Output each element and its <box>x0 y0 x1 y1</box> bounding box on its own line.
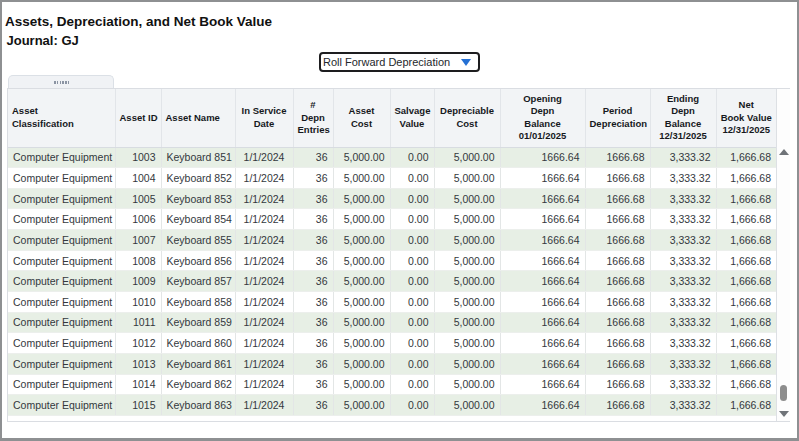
cell-asset-cost: 5,000.00 <box>333 333 390 354</box>
cell-asset-cost: 5,000.00 <box>333 168 390 189</box>
column-header-asset-name[interactable]: Asset Name <box>161 89 235 147</box>
column-header-opening-depn-balance[interactable]: Opening Depn Balance 01/01/2025 <box>500 89 585 147</box>
cell-depn-entries: 36 <box>293 271 333 292</box>
cell-depreciable-cost: 5,000.00 <box>434 250 500 271</box>
report-type-selected-value: Roll Forward Depreciation <box>321 56 461 68</box>
table-row: Computer Equipment1003Keyboard 8511/1/20… <box>8 147 776 168</box>
cell-period-depreciation: 1666.68 <box>585 333 650 354</box>
column-header-asset-id[interactable]: Asset ID <box>115 89 161 147</box>
cell-period-depreciation: 1666.68 <box>585 271 650 292</box>
cell-depreciable-cost: 5,000.00 <box>434 291 500 312</box>
cell-asset-classification: Computer Equipment <box>8 312 115 333</box>
cell-asset-name: Keyboard 862 <box>161 374 235 395</box>
table-row: Computer Equipment1013Keyboard 8611/1/20… <box>8 353 776 374</box>
table-row: Computer Equipment1007Keyboard 8551/1/20… <box>8 230 776 251</box>
cell-salvage-value: 0.00 <box>390 395 434 416</box>
cell-asset-classification: Computer Equipment <box>8 209 115 230</box>
cell-in-service-date: 1/1/2024 <box>235 395 293 416</box>
column-header-ending-depn-balance[interactable]: Ending Depn Balance 12/31/2025 <box>650 89 716 147</box>
cell-asset-name: Keyboard 857 <box>161 271 235 292</box>
cell-in-service-date: 1/1/2024 <box>235 250 293 271</box>
cell-asset-name: Keyboard 854 <box>161 209 235 230</box>
cell-opening-depn-balance: 1666.64 <box>500 374 585 395</box>
cell-net-book-value: 1,666.68 <box>716 333 776 354</box>
cell-net-book-value: 1,666.68 <box>716 271 776 292</box>
cell-asset-name: Keyboard 863 <box>161 395 235 416</box>
column-header-period-depreciation[interactable]: Period Depreciation <box>585 89 650 147</box>
cell-salvage-value: 0.00 <box>390 312 434 333</box>
cell-asset-name: Keyboard 856 <box>161 250 235 271</box>
cell-depreciable-cost: 5,000.00 <box>434 188 500 209</box>
column-header-salvage-value[interactable]: Salvage Value <box>390 89 434 147</box>
scroll-down-button[interactable] <box>777 407 790 421</box>
cell-asset-name: Keyboard 858 <box>161 291 235 312</box>
cell-in-service-date: 1/1/2024 <box>235 168 293 189</box>
cell-asset-id: 1015 <box>115 395 161 416</box>
column-header-depn-entries[interactable]: # Depn Entries <box>293 89 333 147</box>
vertical-scrollbar[interactable] <box>776 89 790 421</box>
cell-period-depreciation: 1666.68 <box>585 291 650 312</box>
cell-net-book-value: 1,666.68 <box>716 209 776 230</box>
cell-depn-entries: 36 <box>293 250 333 271</box>
column-header-asset-classification[interactable]: Asset Classification <box>8 89 115 147</box>
page-title: Assets, Depreciation, and Net Book Value <box>5 14 272 29</box>
cell-asset-cost: 5,000.00 <box>333 188 390 209</box>
cell-asset-id: 1014 <box>115 374 161 395</box>
cell-opening-depn-balance: 1666.64 <box>500 353 585 374</box>
table-drag-tab[interactable] <box>8 75 114 88</box>
cell-ending-depn-balance: 3,333.32 <box>650 374 716 395</box>
cell-asset-classification: Computer Equipment <box>8 147 115 168</box>
cell-in-service-date: 1/1/2024 <box>235 188 293 209</box>
cell-depreciable-cost: 5,000.00 <box>434 395 500 416</box>
scroll-up-button[interactable] <box>777 145 790 159</box>
column-header-net-book-value[interactable]: Net Book Value 12/31/2025 <box>716 89 776 147</box>
cell-opening-depn-balance: 1666.64 <box>500 271 585 292</box>
cell-period-depreciation: 1666.68 <box>585 312 650 333</box>
column-header-in-service-date[interactable]: In Service Date <box>235 89 293 147</box>
cell-asset-id: 1008 <box>115 250 161 271</box>
cell-asset-id: 1010 <box>115 291 161 312</box>
column-header-asset-cost[interactable]: Asset Cost <box>333 89 390 147</box>
scrollbar-thumb[interactable] <box>780 385 787 401</box>
cell-period-depreciation: 1666.68 <box>585 374 650 395</box>
report-window: Assets, Depreciation, and Net Book Value… <box>0 0 799 441</box>
cell-opening-depn-balance: 1666.64 <box>500 188 585 209</box>
cell-salvage-value: 0.00 <box>390 147 434 168</box>
cell-net-book-value: 1,666.68 <box>716 188 776 209</box>
cell-depn-entries: 36 <box>293 374 333 395</box>
cell-asset-cost: 5,000.00 <box>333 395 390 416</box>
cell-period-depreciation: 1666.68 <box>585 188 650 209</box>
table-row: Computer Equipment1009Keyboard 8571/1/20… <box>8 271 776 292</box>
table-row: Computer Equipment1015Keyboard 8631/1/20… <box>8 395 776 416</box>
cell-in-service-date: 1/1/2024 <box>235 230 293 251</box>
cell-asset-classification: Computer Equipment <box>8 168 115 189</box>
cell-opening-depn-balance: 1666.64 <box>500 395 585 416</box>
cell-asset-name: Keyboard 853 <box>161 188 235 209</box>
cell-in-service-date: 1/1/2024 <box>235 374 293 395</box>
cell-depreciable-cost: 5,000.00 <box>434 353 500 374</box>
cell-asset-id: 1013 <box>115 353 161 374</box>
cell-asset-classification: Computer Equipment <box>8 353 115 374</box>
cell-period-depreciation: 1666.68 <box>585 147 650 168</box>
cell-depn-entries: 36 <box>293 291 333 312</box>
cell-net-book-value: 1,666.68 <box>716 353 776 374</box>
cell-ending-depn-balance: 3,333.32 <box>650 168 716 189</box>
cell-asset-name: Keyboard 861 <box>161 353 235 374</box>
cell-net-book-value: 1,666.68 <box>716 147 776 168</box>
cell-asset-classification: Computer Equipment <box>8 395 115 416</box>
cell-ending-depn-balance: 3,333.32 <box>650 353 716 374</box>
column-header-depreciable-cost[interactable]: Depreciable Cost <box>434 89 500 147</box>
cell-asset-cost: 5,000.00 <box>333 250 390 271</box>
cell-depn-entries: 36 <box>293 333 333 354</box>
cell-depn-entries: 36 <box>293 312 333 333</box>
cell-salvage-value: 0.00 <box>390 271 434 292</box>
cell-net-book-value: 1,666.68 <box>716 230 776 251</box>
cell-depreciable-cost: 5,000.00 <box>434 209 500 230</box>
cell-depreciable-cost: 5,000.00 <box>434 230 500 251</box>
cell-asset-classification: Computer Equipment <box>8 230 115 251</box>
arrow-up-icon <box>779 149 789 155</box>
report-type-select[interactable]: Roll Forward Depreciation <box>319 52 480 72</box>
cell-salvage-value: 0.00 <box>390 374 434 395</box>
table-row: Computer Equipment1004Keyboard 8521/1/20… <box>8 168 776 189</box>
cell-in-service-date: 1/1/2024 <box>235 209 293 230</box>
